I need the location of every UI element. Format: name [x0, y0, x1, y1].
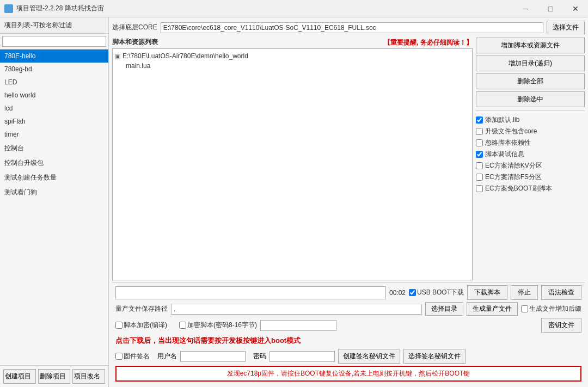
scripts-right: 增加脚本或资源文件 增加目录(递归) 删除全部 删除选中 添加默认.lib升级文… [476, 38, 585, 280]
clear-all-button[interactable]: 删除全部 [476, 73, 585, 89]
title-bar: 项目管理-2.2.28 降功耗找合宙 ─ □ ✕ [0, 0, 588, 17]
checkbox-label-6: EC方案免BOOT刷脚本 [485, 184, 552, 193]
username-input[interactable] [180, 351, 246, 362]
mass-suffix-label: 生成文件增加后缀 [529, 304, 581, 314]
tree-folder: ▣ E:\780E\LuatOS-Air780E\demo\hello_worl… [115, 51, 470, 61]
sidebar-item-10[interactable]: 测试看门狗 [0, 185, 108, 200]
sidebar-item-1[interactable]: 780eg-bd [0, 63, 108, 76]
app-icon [4, 4, 13, 13]
checkboxes-container: 添加默认.lib升级文件包含core忽略脚本依赖性脚本调试信息EC方案清除KV分… [476, 114, 585, 194]
sidebar-item-2[interactable]: LED [0, 76, 108, 89]
clear-selected-button[interactable]: 删除选中 [476, 91, 585, 107]
checkbox-label-1: 升级文件包含core [485, 127, 537, 136]
create-project-button[interactable]: 创建项目 [3, 369, 36, 384]
checkbox-6[interactable] [476, 185, 483, 192]
usb-boot-checkbox-row: USB BOOT下载 [409, 288, 464, 297]
delete-project-button[interactable]: 删除项目 [38, 369, 71, 384]
checkbox-label-5: EC方案清除FS分区 [485, 173, 542, 182]
sidebar-filter [0, 34, 108, 50]
tree-file[interactable]: main.lua [115, 61, 470, 71]
encrypt-compile-checkbox[interactable] [115, 322, 122, 329]
add-file-button[interactable]: 增加脚本或资源文件 [476, 38, 585, 53]
sidebar-item-3[interactable]: hello world [0, 89, 108, 102]
download-button[interactable]: 下载脚本 [467, 285, 507, 300]
sidebar-item-9[interactable]: 测试创建任务数量 [0, 170, 108, 185]
content-area: 项目列表-可按名称过滤 780E-hello780eg-bdLEDhello w… [0, 17, 588, 387]
sidebar-item-7[interactable]: 控制台 [0, 141, 108, 156]
sidebar: 项目列表-可按名称过滤 780E-hello780eg-bdLEDhello w… [0, 17, 109, 387]
download-progress-bar [115, 286, 386, 299]
sidebar-item-6[interactable]: timer [0, 128, 108, 141]
create-key-button[interactable]: 创建签名秘钥文件 [338, 349, 400, 364]
time-label: 00:02 [389, 289, 406, 297]
password-input[interactable] [270, 351, 335, 362]
select-key-button[interactable]: 选择签名秘钥文件 [403, 349, 465, 364]
mass-suffix-checkbox[interactable] [521, 305, 528, 312]
important-notice: 【重要提醒, 务必仔细阅读！】 [384, 38, 473, 47]
core-row: 选择底层CORE 选择文件 [112, 21, 585, 34]
encrypt-key-checkbox[interactable] [179, 322, 186, 329]
checkbox-3[interactable] [476, 151, 483, 158]
encrypt-key-checkbox-row: 加密脚本(密码8-16字节) [179, 321, 257, 330]
maximize-button[interactable]: □ [538, 0, 563, 17]
checkbox-2[interactable] [476, 139, 483, 146]
checkbox-label-0: 添加默认.lib [485, 115, 519, 125]
title-bar-controls: ─ □ ✕ [513, 0, 588, 17]
generate-mass-button[interactable]: 生成量产文件 [467, 302, 518, 316]
username-label: 用户名 [157, 352, 177, 361]
core-label: 选择底层CORE [112, 23, 157, 32]
bottom-controls: 00:02 USB BOOT下载 下载脚本 停止 语法检查 量产文件保存路径 选… [112, 282, 585, 384]
checkbox-row-3: 脚本调试信息 [476, 149, 585, 160]
checkbox-row-6: EC方案免BOOT刷脚本 [476, 183, 585, 194]
scripts-header: 脚本和资源列表 [112, 38, 158, 47]
add-dir-button[interactable]: 增加目录(递归) [476, 56, 585, 71]
syntax-check-button[interactable]: 语法检查 [541, 285, 581, 300]
firmware-sign-checkbox[interactable] [115, 353, 122, 360]
tree-folder-name: E:\780E\LuatOS-Air780E\demo\hello_world [122, 52, 248, 60]
password-label: 密码 [253, 352, 266, 361]
mass-suffix-checkbox-row: 生成文件增加后缀 [521, 304, 581, 314]
sidebar-bottom: 创建项目 删除项目 项目改名 [0, 365, 108, 387]
sidebar-item-5[interactable]: spiFlah [0, 115, 108, 128]
checkbox-label-4: EC方案清除KV分区 [485, 161, 542, 170]
encrypt-compile-checkbox-row: 脚本加密(编译) [115, 321, 167, 330]
right-panel: 选择底层CORE 选择文件 脚本和资源列表 【重要提醒, 务必仔细阅读！】 ▣ … [109, 17, 588, 387]
close-button[interactable]: ✕ [563, 0, 588, 17]
sidebar-item-0[interactable]: 780E-hello [0, 50, 108, 63]
encrypt-compile-label: 脚本加密(编译) [124, 321, 167, 330]
checkbox-4[interactable] [476, 162, 483, 169]
encrypt-key-input[interactable] [260, 320, 336, 331]
select-core-button[interactable]: 选择文件 [547, 21, 585, 34]
checkbox-row-0: 添加默认.lib [476, 114, 585, 126]
mass-path-input[interactable] [171, 304, 422, 315]
usb-boot-checkbox[interactable] [409, 289, 416, 296]
rename-project-button[interactable]: 项目改名 [72, 369, 105, 384]
firmware-sign-label: 固件签名 [124, 352, 150, 361]
sidebar-item-4[interactable]: lcd [0, 102, 108, 115]
sidebar-header: 项目列表-可按名称过滤 [0, 17, 108, 34]
checkbox-5[interactable] [476, 174, 483, 181]
checkbox-row-1: 升级文件包含core [476, 126, 585, 137]
scripts-tree: ▣ E:\780E\LuatOS-Air780E\demo\hello_worl… [112, 48, 473, 280]
checkbox-row-2: 忽略脚本依赖性 [476, 137, 585, 149]
sidebar-item-8[interactable]: 控制台升级包 [0, 156, 108, 170]
main-container: 项目列表-可按名称过滤 780E-hello780eg-bdLEDhello w… [0, 17, 588, 387]
encrypt-key-label: 加密脚本(密码8-16字节) [187, 321, 257, 330]
checkbox-1[interactable] [476, 128, 483, 135]
checkbox-0[interactable] [476, 116, 483, 124]
checkbox-label-2: 忽略脚本依赖性 [485, 138, 531, 148]
stop-button[interactable]: 停止 [511, 285, 538, 300]
select-dir-button[interactable]: 选择目录 [425, 302, 463, 316]
title-bar-text: 项目管理-2.2.28 降功耗找合宙 [16, 4, 104, 13]
download-row: 00:02 USB BOOT下载 下载脚本 停止 语法检查 [115, 285, 581, 300]
mass-label: 量产文件保存路径 [115, 304, 168, 314]
checkbox-row-4: EC方案清除KV分区 [476, 160, 585, 171]
sidebar-filter-input[interactable] [2, 36, 106, 47]
minimize-button[interactable]: ─ [513, 0, 538, 17]
key-file-button[interactable]: 密钥文件 [541, 318, 581, 333]
checkbox-row-5: EC方案清除FS分区 [476, 171, 585, 183]
core-path-input[interactable] [161, 22, 543, 33]
red-notice-text: 点击下载后，当出现这句话需要按开发板按键进入boot模式 [115, 335, 581, 347]
firmware-sign-checkbox-row: 固件签名 [115, 352, 150, 361]
mass-row: 量产文件保存路径 选择目录 生成量产文件 生成文件增加后缀 [115, 302, 581, 316]
